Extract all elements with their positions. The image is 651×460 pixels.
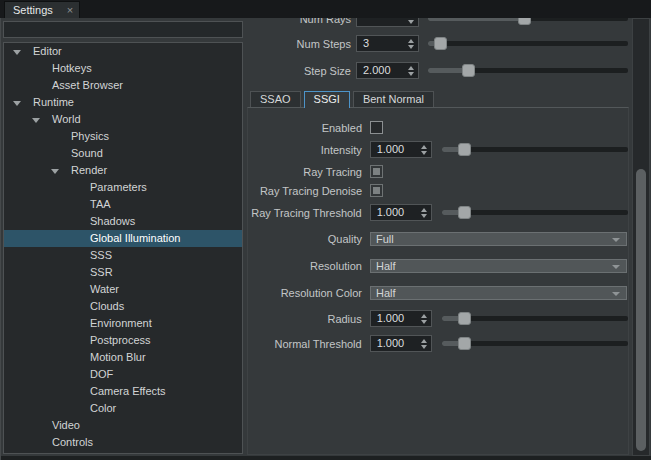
vertical-scrollbar[interactable] [632,18,650,456]
spin-up-icon[interactable] [421,314,427,318]
tree-item-color[interactable]: Color [4,400,242,417]
tree-item-video[interactable]: Video [4,417,242,434]
tab-ssao[interactable]: SSAO [250,91,301,107]
tree-item-controls[interactable]: Controls [4,434,242,451]
tab-ssgi[interactable]: SSGI [304,91,350,108]
spin-down-icon[interactable] [421,151,427,155]
chevron-down-icon [612,265,620,269]
step-size-slider[interactable] [428,63,628,78]
spin-up-icon[interactable] [408,39,414,43]
spinner-buttons [417,142,431,157]
tree-item-hotkeys[interactable]: Hotkeys [4,60,242,77]
checkbox-check-mark [373,187,380,194]
step-size-spinbox[interactable]: 2.000 [356,62,419,79]
slider-handle[interactable] [462,64,475,77]
spin-up-icon[interactable] [408,66,414,70]
radius-spinbox[interactable]: 1.000 [370,310,432,327]
settings-tab[interactable]: Settings × [4,1,80,18]
slider-handle[interactable] [458,312,471,325]
tree-item-ssr[interactable]: SSR [4,264,242,281]
dropdown-value: Half [371,287,396,299]
spin-down-icon[interactable] [408,72,414,76]
close-icon[interactable]: × [61,4,79,16]
ray-tracing-threshold-spinbox[interactable]: 1.000 [370,204,432,221]
tree-item-water[interactable]: Water [4,281,242,298]
num-steps-slider[interactable] [428,36,628,51]
step-size-label: Step Size [247,65,351,77]
row-quality: QualityFull [248,225,628,252]
slider-handle[interactable] [518,18,531,25]
tree-item-postprocess[interactable]: Postprocess [4,332,242,349]
tree-item-shadows[interactable]: Shadows [4,213,242,230]
spin-up-icon[interactable] [421,339,427,343]
slider-handle[interactable] [434,37,447,50]
ray-tracing-denoise-checkbox[interactable] [370,184,383,197]
ray-tracing-checkbox[interactable] [370,165,383,178]
tree-item-taa[interactable]: TAA [4,196,242,213]
normal-threshold-spinbox[interactable]: 1.000 [370,335,432,352]
tree-item-world[interactable]: World [4,111,242,128]
row-resolution: ResolutionHalf [248,252,628,279]
tree-item-label: SSS [4,247,242,264]
slider-track[interactable] [428,41,628,46]
tree-item-dof[interactable]: DOF [4,366,242,383]
spin-down-icon[interactable] [408,20,414,24]
tree-item-sound[interactable]: Sound [4,145,242,162]
normal-threshold-slider[interactable] [442,336,628,351]
intensity-slider[interactable] [442,142,628,157]
spinbox-value: 3 [357,36,404,51]
dropdown-value: Full [371,233,394,245]
spin-up-icon[interactable] [421,145,427,149]
tree-item-label: Hotkeys [4,60,242,77]
num-steps-spinbox[interactable]: 3 [356,35,419,52]
tree-item-parameters[interactable]: Parameters [4,179,242,196]
tree-item-camera-effects[interactable]: Camera Effects [4,383,242,400]
dropdown-value: Half [371,260,396,272]
intensity-spinbox[interactable]: 1.000 [370,141,432,158]
tree-item-label: Controls [4,434,242,451]
spin-up-icon[interactable] [421,208,427,212]
chevron-down-icon[interactable] [13,101,21,106]
spin-down-icon[interactable] [421,345,427,349]
tree-item-motion-blur[interactable]: Motion Blur [4,349,242,366]
slider-handle[interactable] [458,337,471,350]
resolution-dropdown[interactable]: Half [370,259,627,273]
tree-item-render[interactable]: Render [4,162,242,179]
enabled-checkbox[interactable] [370,121,383,134]
radius-slider[interactable] [442,311,628,326]
resolution-color-dropdown[interactable]: Half [370,286,627,300]
chevron-down-icon[interactable] [51,169,59,174]
tree-item-physics[interactable]: Physics [4,128,242,145]
tree-item-label: Postprocess [4,332,242,349]
ray-tracing-threshold-slider[interactable] [442,205,628,220]
tree-item-label: DOF [4,366,242,383]
num-rays-slider[interactable] [428,18,628,26]
settings-body: EditorHotkeysAsset BrowserRuntimeWorldPh… [0,18,651,460]
tree-item-label: Global Illumination [4,230,242,247]
tree-item-environment[interactable]: Environment [4,315,242,332]
spinbox-value: 1.000 [371,336,417,351]
tree-item-sss[interactable]: SSS [4,247,242,264]
num-rays-spinbox[interactable] [356,18,419,27]
tree-item-asset-browser[interactable]: Asset Browser [4,77,242,94]
tree-item-label: Render [4,162,242,179]
chevron-down-icon[interactable] [32,118,40,123]
slider-handle[interactable] [458,206,471,219]
spin-down-icon[interactable] [421,320,427,324]
resolution-color-label: Resolution Color [248,287,362,299]
spinbox-value: 1.000 [371,311,417,326]
spin-down-icon[interactable] [408,45,414,49]
quality-dropdown[interactable]: Full [370,232,627,246]
slider-handle[interactable] [458,143,471,156]
chevron-down-icon[interactable] [13,50,21,55]
tree-item-clouds[interactable]: Clouds [4,298,242,315]
search-input[interactable] [3,21,243,38]
spin-down-icon[interactable] [421,214,427,218]
tree-item-global-illumination[interactable]: Global Illumination [4,230,242,247]
scrollbar-thumb[interactable] [636,169,646,451]
row-resolution-color: Resolution ColorHalf [248,279,628,306]
tree-item-editor[interactable]: Editor [4,43,242,60]
tab-bent-normal[interactable]: Bent Normal [353,91,434,107]
row-normal-threshold: Normal Threshold1.000 [248,331,628,356]
tree-item-runtime[interactable]: Runtime [4,94,242,111]
